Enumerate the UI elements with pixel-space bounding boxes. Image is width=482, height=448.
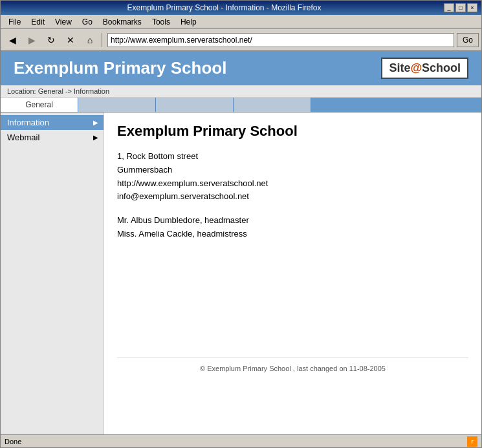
sidebar-webmail-arrow: ▶	[93, 134, 98, 141]
menubar: File Edit View Go Bookmarks Tools Help	[1, 15, 481, 29]
menu-go[interactable]: Go	[77, 16, 98, 28]
website-link[interactable]: http://www.exemplum.serveratschool.net	[117, 177, 468, 191]
maximize-button[interactable]: □	[455, 3, 466, 12]
content-body: 1, Rock Bottom street Gummersbach http:/…	[117, 150, 468, 241]
reload-icon: ↻	[47, 35, 55, 45]
sidebar-item-information[interactable]: Information ▶	[1, 115, 104, 130]
sidebar-information-arrow: ▶	[93, 119, 98, 126]
go-button[interactable]: Go	[457, 33, 479, 47]
menu-bookmarks[interactable]: Bookmarks	[98, 16, 147, 28]
back-button[interactable]: ◀	[3, 32, 21, 48]
toolbar-separator	[102, 33, 102, 47]
address-text: http://www.exemplum.serveratschool.net/	[111, 36, 252, 45]
tab-general-label: General	[25, 100, 53, 109]
email-link[interactable]: info@exemplum.serveratschool.net	[117, 190, 468, 204]
stop-icon: ✕	[67, 35, 74, 45]
site-footer: © Exemplum Primary School , last changed…	[117, 357, 468, 379]
browser-window: Exemplum Primary School - Information - …	[0, 0, 482, 448]
sidebar-webmail-label: Webmail	[7, 133, 39, 142]
breadcrumb-text: Location: General -> Information	[7, 87, 109, 95]
titlebar-title: Exemplum Primary School - Information - …	[5, 3, 444, 12]
reload-button[interactable]: ↻	[42, 32, 60, 48]
content-area: Exemplum Primary School 1, Rock Bottom s…	[104, 112, 481, 434]
browser-content: Exemplum Primary School Site@School Loca…	[1, 51, 481, 434]
stop-button[interactable]: ✕	[61, 32, 80, 48]
forward-icon: ▶	[28, 35, 36, 45]
logo-school: School	[422, 61, 461, 74]
home-button[interactable]: ⌂	[81, 32, 99, 48]
site-header: Exemplum Primary School Site@School	[1, 51, 481, 85]
address-bar-container: http://www.exemplum.serveratschool.net/ …	[107, 33, 479, 47]
logo-at: @	[410, 61, 422, 74]
menu-view[interactable]: View	[50, 16, 77, 28]
logo-site: Site	[389, 61, 410, 74]
status-text: Done	[5, 438, 21, 445]
tab-2[interactable]	[78, 98, 156, 112]
site-logo: Site@School	[381, 58, 468, 79]
back-icon: ◀	[9, 35, 16, 45]
headmaster: Mr. Albus Dumbledore, headmaster	[117, 214, 468, 228]
address-bar[interactable]: http://www.exemplum.serveratschool.net/	[107, 33, 454, 47]
toolbar: ◀ ▶ ↻ ✕ ⌂ http://www.exemplum.serveratsc…	[1, 29, 481, 51]
menu-help[interactable]: Help	[175, 16, 202, 28]
nav-tabs: General	[1, 98, 481, 112]
close-button[interactable]: ×	[467, 3, 477, 12]
footer-text: © Exemplum Primary School , last changed…	[200, 365, 386, 372]
minimize-button[interactable]: _	[444, 3, 454, 12]
sidebar-item-webmail[interactable]: Webmail ▶	[1, 130, 104, 145]
home-icon: ⌂	[87, 35, 93, 45]
statusbar: Done r	[1, 434, 481, 447]
tab-3[interactable]	[156, 98, 234, 112]
go-label: Go	[463, 36, 473, 45]
sidebar-information-label: Information	[7, 118, 49, 127]
address-block: 1, Rock Bottom street Gummersbach http:/…	[117, 150, 468, 204]
sidebar: Information ▶ Webmail ▶	[1, 112, 104, 434]
rss-icon[interactable]: r	[467, 436, 477, 447]
tab-general[interactable]: General	[1, 98, 78, 112]
headmistress: Miss. Amelia Cackle, headmistress	[117, 228, 468, 241]
site-title: Exemplum Primary School	[14, 58, 226, 78]
breadcrumb: Location: General -> Information	[1, 85, 481, 98]
menu-file[interactable]: File	[3, 16, 26, 28]
rss-label: r	[471, 438, 474, 445]
tab-4[interactable]	[234, 98, 311, 112]
menu-edit[interactable]: Edit	[26, 16, 50, 28]
address-line2: Gummersbach	[117, 164, 468, 177]
titlebar: Exemplum Primary School - Information - …	[1, 1, 481, 15]
content-title: Exemplum Primary School	[117, 123, 468, 140]
menu-tools[interactable]: Tools	[147, 16, 175, 28]
staff-block: Mr. Albus Dumbledore, headmaster Miss. A…	[117, 214, 468, 241]
main-layout: Information ▶ Webmail ▶ Exemplum Primary…	[1, 112, 481, 434]
forward-button[interactable]: ▶	[23, 32, 41, 48]
address-line1: 1, Rock Bottom street	[117, 150, 468, 164]
titlebar-buttons[interactable]: _ □ ×	[444, 3, 477, 12]
